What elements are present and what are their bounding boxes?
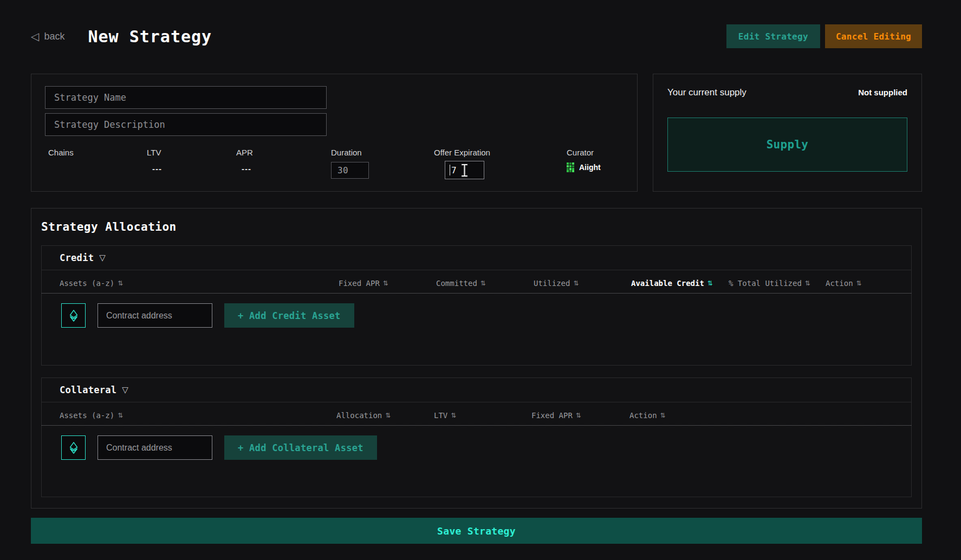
credit-section-header[interactable]: Credit ▽	[42, 246, 911, 270]
credit-add-asset-row: + Add Credit Asset	[42, 294, 911, 328]
top-bar: ◁ back New Strategy Edit Strategy Cancel…	[31, 24, 922, 49]
field-ltv: LTV ---	[147, 148, 236, 179]
back-icon: ◁	[31, 31, 39, 42]
collateral-section-header[interactable]: Collateral ▽	[42, 378, 911, 402]
sort-icon: ⇅	[576, 412, 581, 419]
ethereum-network-button[interactable]	[61, 303, 86, 328]
text-caret	[450, 165, 450, 175]
ethereum-icon	[67, 441, 81, 455]
sort-icon: ⇅	[451, 412, 456, 419]
ethereum-icon	[67, 309, 81, 323]
strategy-form-panel: Chains LTV --- APR --- Duration Offer Ex…	[31, 74, 638, 192]
sort-icon: ⇅	[118, 279, 123, 287]
page-title: New Strategy	[88, 27, 212, 46]
curator-name: Aiight	[579, 163, 601, 172]
page: ◁ back New Strategy Edit Strategy Cancel…	[31, 0, 922, 544]
credit-contract-address-input[interactable]	[98, 303, 212, 328]
chevron-down-icon[interactable]: ▽	[99, 253, 106, 263]
collateral-add-asset-row: + Add Collateral Asset	[42, 426, 911, 460]
field-label-duration: Duration	[331, 148, 434, 157]
edit-strategy-button[interactable]: Edit Strategy	[726, 24, 820, 48]
field-label-ltv: LTV	[147, 148, 236, 157]
field-offer-expiration: Offer Expiration	[434, 148, 567, 179]
field-label-offer-expiration: Offer Expiration	[434, 148, 567, 157]
add-credit-asset-button[interactable]: + Add Credit Asset	[224, 303, 354, 328]
column-header-ltv[interactable]: LTV ⇅	[434, 411, 531, 420]
field-label-chains: Chains	[48, 148, 147, 157]
field-duration: Duration	[331, 148, 434, 179]
column-header-fixed-apr[interactable]: Fixed APR ⇅	[531, 411, 629, 420]
column-header-available-credit[interactable]: Available Credit ⇅	[631, 279, 729, 288]
sort-icon: ⇅	[385, 412, 391, 419]
field-apr: APR ---	[236, 148, 331, 179]
column-header-assets[interactable]: Assets (a-z) ⇅	[60, 411, 336, 420]
duration-input[interactable]	[331, 162, 369, 179]
supply-title: Your current supply	[667, 87, 746, 98]
cancel-editing-button[interactable]: Cancel Editing	[825, 24, 922, 48]
allocation-title: Strategy Allocation	[41, 220, 912, 233]
credit-section: Credit ▽ Assets (a-z) ⇅ Fixed APR ⇅ Comm…	[41, 245, 912, 366]
curator-value: Aiight	[567, 162, 624, 172]
sort-icon: ⇅	[118, 412, 123, 419]
sort-icon: ⇅	[856, 279, 862, 287]
field-label-curator: Curator	[567, 148, 624, 157]
strategy-header-row: Chains LTV --- APR --- Duration Offer Ex…	[31, 74, 922, 192]
strategy-fields: Chains LTV --- APR --- Duration Offer Ex…	[45, 148, 624, 179]
sort-icon: ⇅	[383, 279, 388, 287]
topbar-actions: Edit Strategy Cancel Editing	[726, 24, 922, 48]
credit-column-headers: Assets (a-z) ⇅ Fixed APR ⇅ Committed ⇅ U…	[42, 270, 911, 294]
supply-button[interactable]: Supply	[667, 118, 907, 172]
collateral-column-headers: Assets (a-z) ⇅ Allocation ⇅ LTV ⇅ Fixed …	[42, 402, 911, 426]
sort-icon: ⇅	[573, 279, 579, 287]
collateral-section: Collateral ▽ Assets (a-z) ⇅ Allocation ⇅…	[41, 377, 912, 497]
back-button[interactable]: ◁ back	[31, 31, 64, 42]
column-header-allocation[interactable]: Allocation ⇅	[336, 411, 434, 420]
back-label: back	[44, 31, 64, 42]
offer-expiration-input-wrap	[445, 161, 484, 179]
strategy-description-input[interactable]	[45, 113, 327, 136]
sort-icon: ⇅	[480, 279, 486, 287]
column-header-total-utilized[interactable]: % Total Utilized ⇅	[729, 279, 826, 288]
collateral-contract-address-input[interactable]	[98, 435, 212, 460]
supply-panel: Your current supply Not supplied Supply	[653, 74, 922, 192]
text-cursor-icon	[460, 163, 469, 178]
field-chains: Chains	[48, 148, 147, 179]
save-strategy-button[interactable]: Save Strategy	[31, 518, 922, 544]
add-collateral-asset-button[interactable]: + Add Collateral Asset	[224, 435, 377, 460]
field-value-ltv: ---	[147, 164, 236, 173]
field-curator: Curator Aiight	[567, 148, 624, 179]
column-header-action[interactable]: Action ⇅	[629, 411, 893, 420]
strategy-allocation-panel: Strategy Allocation Credit ▽ Assets (a-z…	[31, 208, 922, 509]
curator-icon	[567, 162, 575, 172]
field-label-apr: APR	[236, 148, 331, 157]
column-header-committed[interactable]: Committed ⇅	[436, 279, 534, 288]
collateral-section-title: Collateral	[60, 385, 116, 395]
sort-icon: ⇅	[805, 279, 810, 287]
field-value-apr: ---	[236, 164, 331, 173]
sort-icon: ⇅	[660, 412, 666, 419]
ethereum-network-button[interactable]	[61, 435, 86, 460]
credit-section-title: Credit	[60, 252, 94, 263]
column-header-utilized[interactable]: Utilized ⇅	[534, 279, 631, 288]
supply-header: Your current supply Not supplied	[667, 87, 907, 98]
strategy-name-input[interactable]	[45, 86, 327, 109]
chevron-down-icon[interactable]: ▽	[122, 385, 128, 395]
column-header-assets[interactable]: Assets (a-z) ⇅	[60, 279, 339, 288]
column-header-fixed-apr[interactable]: Fixed APR ⇅	[339, 279, 436, 288]
column-header-action[interactable]: Action ⇅	[826, 279, 893, 288]
sort-icon: ⇅	[707, 279, 713, 287]
supply-status-badge: Not supplied	[858, 88, 907, 97]
